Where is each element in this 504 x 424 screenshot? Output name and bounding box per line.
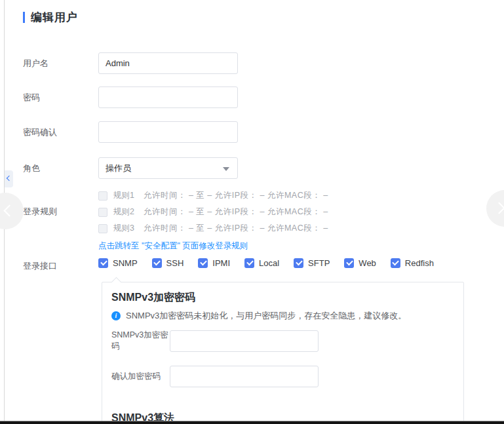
login-rule-row-3: 规则3 允许时间： – 至 – 允许IP段： – 允许MAC段： –	[98, 222, 328, 235]
password-input[interactable]	[98, 87, 238, 108]
chevron-left-icon	[3, 204, 15, 216]
info-icon: i	[111, 311, 121, 320]
role-label: 角色	[23, 163, 98, 174]
chevron-left-icon	[7, 176, 12, 181]
rule2-checkbox[interactable]	[98, 208, 107, 217]
interface-checkbox-sftp[interactable]: SFTP	[294, 258, 330, 268]
snmpv3-notice-text: SNMPv3加密密码未初始化，与用户密码同步，存在安全隐患，建议修改。	[126, 310, 406, 322]
rule2-detail: 允许时间： – 至 – 允许IP段： – 允许MAC段： –	[144, 206, 328, 218]
rule1-name: 规则1	[113, 190, 134, 201]
title-accent-bar	[23, 12, 25, 23]
role-select[interactable]: 操作员	[98, 157, 238, 179]
chevron-right-icon	[493, 202, 504, 214]
snmpv3-password-label: SNMPv3加密密码	[111, 330, 170, 352]
login-interface-label: 登录接口	[23, 260, 98, 272]
role-row: 角色 操作员	[23, 157, 238, 179]
password-confirm-label: 密码确认	[23, 126, 98, 138]
username-input[interactable]	[98, 52, 238, 74]
security-config-link[interactable]: 点击跳转至 "安全配置" 页面修改登录规则	[98, 241, 328, 252]
rule1-detail: 允许时间： – 至 – 允许IP段： – 允许MAC段： –	[144, 190, 328, 201]
carousel-next-button[interactable]	[486, 190, 504, 227]
checkbox-checked-icon	[391, 258, 400, 268]
rule3-checkbox[interactable]	[98, 224, 107, 233]
chevron-down-icon	[223, 167, 229, 171]
snmpv3-password-confirm-row: 确认加密密码	[111, 366, 319, 387]
login-rule-row-1: 规则1 允许时间： – 至 – 允许IP段： – 允许MAC段： –	[98, 189, 328, 202]
interface-checkbox-ssh[interactable]: SSH	[152, 258, 184, 268]
login-rules-label: 登录规则	[23, 206, 98, 218]
sidebar-collapse-toggle[interactable]	[5, 170, 13, 187]
checkbox-checked-icon	[152, 258, 162, 268]
snmpv3-password-row: SNMPv3加密密码	[111, 330, 319, 352]
snmpv3-panel: SNMPv3加密密码 i SNMPv3加密密码未初始化，与用户密码同步，存在安全…	[102, 282, 464, 424]
checkbox-checked-icon	[294, 258, 303, 268]
login-interface-options: SNMP SSH IPMI Local SFTP Web Redfish	[98, 258, 434, 268]
checkbox-checked-icon	[244, 258, 254, 268]
login-rule-row-2: 规则2 允许时间： – 至 – 允许IP段： – 允许MAC段： –	[98, 206, 328, 218]
rule2-name: 规则2	[113, 206, 134, 218]
checkbox-checked-icon	[344, 258, 354, 268]
snmpv3-password-input[interactable]	[170, 330, 319, 352]
page-title: 编辑用户	[31, 10, 78, 25]
snmpv3-password-confirm-label: 确认加密密码	[111, 371, 170, 382]
username-row: 用户名	[23, 52, 238, 74]
checkbox-checked-icon	[98, 258, 108, 268]
password-row: 密码	[23, 87, 238, 108]
username-label: 用户名	[23, 58, 98, 69]
interface-checkbox-local[interactable]: Local	[244, 258, 279, 268]
login-rules-list: 规则1 允许时间： – 至 – 允许IP段： – 允许MAC段： – 规则2 允…	[98, 189, 328, 252]
snmpv3-password-confirm-input[interactable]	[170, 366, 319, 387]
popover-arrow	[111, 277, 122, 287]
interface-checkbox-redfish[interactable]: Redfish	[391, 258, 434, 268]
password-label: 密码	[23, 92, 98, 104]
checkbox-checked-icon	[198, 258, 208, 268]
snmpv3-notice: i SNMPv3加密密码未初始化，与用户密码同步，存在安全隐患，建议修改。	[111, 310, 406, 322]
page-header: 编辑用户	[23, 10, 78, 25]
interface-checkbox-snmp[interactable]: SNMP	[98, 258, 138, 268]
carousel-prev-button[interactable]	[0, 193, 24, 229]
rule3-name: 规则3	[113, 223, 134, 234]
interface-checkbox-ipmi[interactable]: IPMI	[198, 258, 230, 268]
password-confirm-row: 密码确认	[23, 121, 238, 143]
role-selected-value: 操作员	[106, 163, 131, 174]
window-bottom-edge	[0, 421, 504, 424]
snmpv3-panel-title: SNMPv3加密密码	[111, 291, 195, 305]
rule1-checkbox[interactable]	[98, 191, 107, 201]
password-confirm-input[interactable]	[98, 121, 238, 143]
rule3-detail: 允许时间： – 至 – 允许IP段： – 允许MAC段： –	[144, 223, 328, 234]
interface-checkbox-web[interactable]: Web	[344, 258, 376, 268]
